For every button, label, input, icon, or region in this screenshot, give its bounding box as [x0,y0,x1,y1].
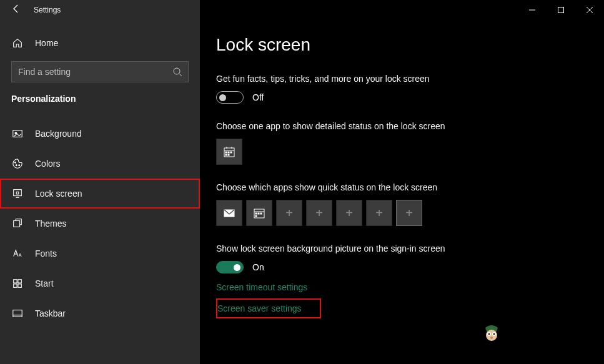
titlebar: Settings [0,0,604,20]
calendar-icon [253,207,265,219]
app-title: Settings [34,6,61,14]
sidebar-item-label: Start [35,278,54,288]
signin-bg-toggle[interactable] [216,261,244,273]
svg-rect-16 [14,284,17,287]
sidebar-item-label: Lock screen [35,189,82,199]
svg-rect-15 [18,280,21,283]
plus-icon: + [375,206,383,220]
home-button[interactable]: Home [0,31,200,55]
sidebar-item-label: Background [35,129,82,139]
quick-status-slot-5[interactable]: + [336,200,362,226]
home-label: Home [35,38,58,48]
palette-icon [11,157,24,170]
quick-status-slot-7[interactable]: + [396,200,422,226]
page-title: Lock screen [216,35,604,55]
start-icon [11,277,24,290]
plus-icon: + [315,206,323,220]
funfacts-state: Off [252,92,264,102]
svg-rect-1 [558,7,564,13]
avatar-icon [479,320,504,345]
fonts-icon: A [11,247,24,260]
svg-point-5 [15,132,17,134]
sidebar-item-fonts[interactable]: A Fonts [0,239,200,268]
sidebar-item-label: Colors [35,159,60,169]
svg-rect-26 [230,152,232,153]
svg-point-36 [486,330,497,341]
svg-point-7 [16,165,17,166]
signin-bg-state: On [252,262,264,272]
svg-rect-9 [14,190,22,196]
quick-status-slot-4[interactable]: + [306,200,332,226]
sidebar-item-label: Themes [35,219,67,229]
sidebar-item-themes[interactable]: Themes [0,209,200,239]
back-icon[interactable] [11,4,21,16]
sidebar-item-lock-screen[interactable]: Lock screen [0,179,200,209]
search-icon [172,67,182,77]
svg-rect-25 [228,152,229,153]
main-pane: Lock screen Get fun facts, tips, tricks,… [200,0,604,364]
sidebar-item-colors[interactable]: Colors [0,149,200,179]
taskbar-icon [11,307,24,320]
quick-status-slot-3[interactable]: + [276,200,302,226]
svg-rect-11 [16,192,19,194]
svg-point-2 [174,68,180,74]
svg-rect-12 [14,221,20,227]
sidebar-item-label: Fonts [35,248,57,258]
svg-rect-18 [13,310,22,317]
detailed-status-app-tile[interactable] [216,139,242,165]
svg-line-3 [179,74,182,76]
svg-point-41 [490,337,493,339]
signin-bg-label: Show lock screen background picture on t… [216,243,604,253]
plus-icon: + [405,206,413,220]
detailed-status-label: Choose one app to show detailed status o… [216,121,604,131]
search-wrap [11,61,189,82]
quick-status-slot-6[interactable]: + [366,200,392,226]
quick-status-slot-1[interactable] [216,200,242,226]
close-button[interactable] [575,0,604,20]
sidebar: Home Personalization Background Colors L… [0,0,200,364]
funfacts-toggle[interactable] [216,91,244,104]
sidebar-item-start[interactable]: Start [0,268,200,298]
lock-screen-icon [11,187,24,200]
screen-timeout-link[interactable]: Screen timeout settings [216,282,604,292]
themes-icon [11,217,24,230]
svg-rect-24 [225,152,227,153]
sidebar-item-background[interactable]: Background [0,119,200,149]
screen-saver-link[interactable]: Screen saver settings [216,298,321,318]
svg-text:A: A [19,252,22,258]
picture-icon [11,127,24,140]
funfacts-label: Get fun facts, tips, tricks, and more on… [216,74,604,84]
svg-rect-35 [255,215,257,217]
home-icon [11,37,24,49]
svg-rect-34 [260,213,262,214]
svg-rect-17 [18,284,21,287]
search-input[interactable] [11,61,189,82]
quick-status-slot-2[interactable] [246,200,272,226]
minimize-button[interactable] [518,0,547,20]
section-title: Personalization [0,94,200,112]
sidebar-item-taskbar[interactable]: Taskbar [0,298,200,328]
sidebar-item-label: Taskbar [35,308,66,318]
plus-icon: + [285,206,293,220]
svg-point-6 [15,162,16,163]
svg-rect-27 [225,154,227,155]
svg-rect-28 [228,154,229,155]
svg-rect-14 [14,280,17,283]
svg-rect-32 [255,213,257,214]
svg-point-8 [19,165,20,166]
plus-icon: + [345,206,353,220]
svg-point-40 [493,333,495,335]
quick-status-label: Choose which apps show quick status on t… [216,182,604,192]
svg-point-38 [488,333,490,335]
svg-rect-33 [258,213,259,214]
calendar-icon [223,145,235,158]
mail-icon [223,207,235,219]
maximize-button[interactable] [547,0,575,20]
